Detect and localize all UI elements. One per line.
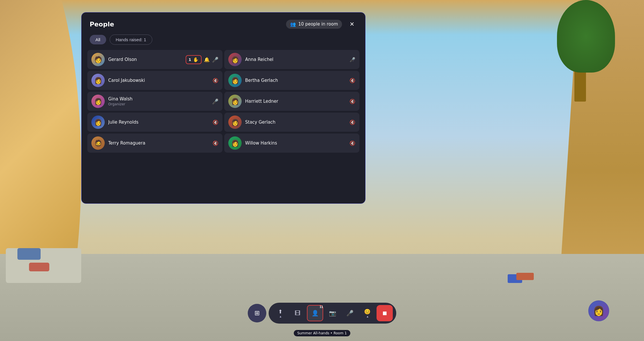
mic-muted-icon-terry: 🔇 <box>213 140 218 146</box>
avatar-julie: 👩 <box>91 116 105 129</box>
toolbar: ⊞ ⬆ ▲ 🎞 👤 11 📷 🎤 😊 ▲ ⏹ <box>248 303 396 324</box>
panel-header-right: 👥 10 people in room ✕ <box>286 19 357 29</box>
hand-raise-icon: ✋ <box>193 57 199 62</box>
meeting-tooltip: Summer All-hands • Room 1 <box>294 330 350 336</box>
present-arrow-icon: ▲ <box>279 315 282 318</box>
avatar-face-gina: 👩 <box>94 98 102 105</box>
person-row-harriett: 👩 Harriett Ledner 🔇 <box>224 92 359 111</box>
mic-muted-icon-stacy: 🔇 <box>350 120 355 125</box>
person-name-willow: Willow Harkins <box>245 140 346 146</box>
mic-muted-icon: 🎤̷ <box>350 57 355 62</box>
avatar-gina: 👩 <box>91 95 105 108</box>
mic-muted-icon-carol: 🔇 <box>213 78 218 83</box>
emoji-arrow-icon: ▲ <box>366 315 369 318</box>
hand-raised-highlight: 1 ✋ <box>186 55 202 64</box>
filter-row: All Hands raised: 1 <box>82 35 365 50</box>
person-actions-anna: 🎤̷ <box>350 57 355 62</box>
mic-muted-icon-julie: 🔇 <box>213 120 218 125</box>
people-list: 🧑 Gerard Olson 1 ✋ 🔔 🎤 👩 Anna Reichel <box>82 50 365 203</box>
toolbar-inner: ⬆ ▲ 🎞 👤 11 📷 🎤 😊 ▲ ⏹ <box>269 303 396 324</box>
people-group-icon: 👥 <box>290 21 296 27</box>
avatar-terry: 🧔 <box>91 136 105 150</box>
avatar-face-julie: 👩 <box>94 119 102 126</box>
person-actions-gina: 🎤 <box>212 98 218 104</box>
slides-icon: 🎞 <box>295 310 301 317</box>
person-actions-harriett: 🔇 <box>350 99 355 104</box>
end-call-icon: ⏹ <box>382 310 388 317</box>
mic-muted-icon-willow: 🔇 <box>350 140 355 146</box>
person-actions-stacy: 🔇 <box>350 120 355 125</box>
avatar-face-terry: 🧔 <box>94 140 102 147</box>
person-name-terry: Terry Romaguera <box>108 140 209 146</box>
mic-active-icon-gina: 🎤 <box>212 98 218 104</box>
emoji-icon: 😊 <box>364 308 370 315</box>
person-row-carol: 👩 Carol Jakubowski 🔇 <box>87 71 222 90</box>
person-info-gerard: Gerard Olson <box>108 57 182 62</box>
person-actions-carol: 🔇 <box>213 78 218 83</box>
panel-title: People <box>90 21 114 28</box>
close-button[interactable]: ✕ <box>347 19 357 29</box>
current-user-avatar: 👩 <box>588 300 609 321</box>
person-actions-julie: 🔇 <box>213 120 218 125</box>
grid-view-button[interactable]: ⊞ <box>248 304 266 322</box>
floor <box>0 254 644 341</box>
person-name-stacy: Stacy Gerlach <box>245 120 346 125</box>
people-count-badge: 11 <box>320 305 323 308</box>
cushion-blue <box>17 248 41 260</box>
hand-count: 1 <box>189 57 191 62</box>
cushion-red <box>29 263 49 271</box>
avatar-face-anna: 👩 <box>231 56 239 63</box>
avatar-face-bertha: 👩 <box>231 77 239 84</box>
person-actions-willow: 🔇 <box>350 140 355 146</box>
avatar-willow: 👩 <box>228 136 242 150</box>
avatar-face-gerard: 🧑 <box>94 56 102 63</box>
end-call-button[interactable]: ⏹ <box>377 305 393 321</box>
people-icon: 👤 <box>312 310 319 317</box>
people-button[interactable]: 👤 11 <box>307 305 323 321</box>
person-info-carol: Carol Jakubowski <box>108 78 209 83</box>
panel-header: People 👥 10 people in room ✕ <box>82 12 365 35</box>
person-name-julie: Julie Reynolds <box>108 120 209 125</box>
person-name-carol: Carol Jakubowski <box>108 78 209 83</box>
close-icon: ✕ <box>350 21 354 28</box>
person-row-terry: 🧔 Terry Romaguera 🔇 <box>87 133 222 153</box>
person-row-julie: 👩 Julie Reynolds 🔇 <box>87 113 222 132</box>
person-info-harriett: Harriett Ledner <box>245 99 346 104</box>
avatar-face-stacy: 👩 <box>231 119 239 126</box>
mic-muted-icon-harriett: 🔇 <box>350 99 355 104</box>
filter-hands-raised-tab[interactable]: Hands raised: 1 <box>110 35 152 45</box>
tree-top <box>557 0 615 73</box>
avatar-gerard: 🧑 <box>91 53 105 66</box>
person-row-gerard: 🧑 Gerard Olson 1 ✋ 🔔 🎤 <box>87 50 222 69</box>
person-name-harriett: Harriett Ledner <box>245 99 346 104</box>
present-button[interactable]: ⬆ ▲ <box>272 305 288 321</box>
mic-active-icon: 🎤 <box>212 57 218 63</box>
person-info-terry: Terry Romaguera <box>108 140 209 146</box>
camera-button[interactable]: 📷 <box>324 305 341 321</box>
filter-all-tab[interactable]: All <box>90 35 106 44</box>
camera-icon: 📷 <box>329 310 336 317</box>
grid-icon: ⊞ <box>254 309 260 317</box>
reaction-button[interactable]: 😊 ▲ <box>359 305 375 321</box>
avatar-face-willow: 👩 <box>231 140 239 147</box>
bell-icon: 🔔 <box>204 57 210 62</box>
person-info-julie: Julie Reynolds <box>108 120 209 125</box>
people-count-text: 10 people in room <box>298 21 338 27</box>
person-name-bertha: Bertha Gerlach <box>245 78 346 83</box>
person-actions-terry: 🔇 <box>213 140 218 146</box>
person-info-willow: Willow Harkins <box>245 140 346 146</box>
mic-muted-icon-bertha: 🔇 <box>350 78 355 83</box>
person-row-willow: 👩 Willow Harkins 🔇 <box>224 133 359 153</box>
person-row-gina: 👩 Gina Walsh Organizer 🎤 <box>87 92 222 111</box>
avatar-bertha: 👩 <box>228 74 242 87</box>
person-name-anna: Anna Reichel <box>245 57 346 62</box>
person-name-gerard: Gerard Olson <box>108 57 182 62</box>
person-info-bertha: Bertha Gerlach <box>245 78 346 83</box>
slides-button[interactable]: 🎞 <box>290 305 306 321</box>
person-row-bertha: 👩 Bertha Gerlach 🔇 <box>224 71 359 90</box>
people-panel: People 👥 10 people in room ✕ All Hands r… <box>81 12 366 204</box>
avatar-harriett: 👩 <box>228 95 242 108</box>
avatar-face-harriett: 👩 <box>231 98 239 105</box>
present-icon: ⬆ <box>278 308 283 315</box>
microphone-button[interactable]: 🎤 <box>342 305 358 321</box>
